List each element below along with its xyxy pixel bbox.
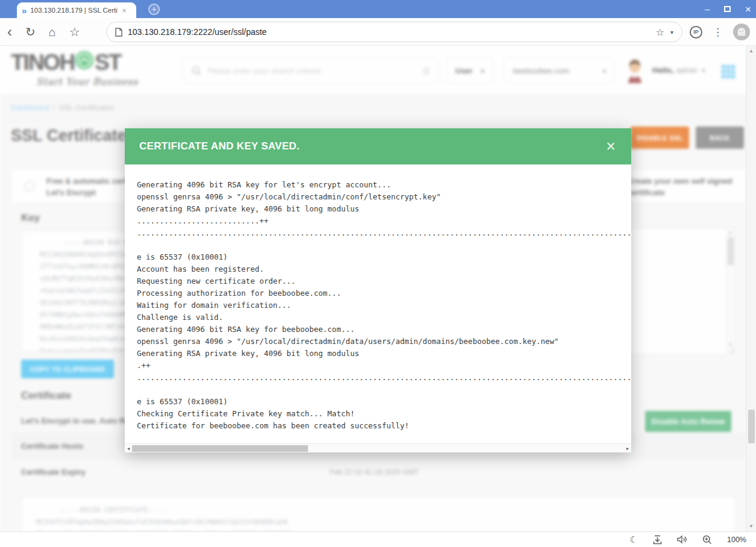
certificate-saved-modal: CERTIFICATE AND KEY SAVED. × Generating … — [125, 128, 631, 452]
browser-menu-icon[interactable]: ⋮ — [713, 26, 723, 39]
user-type-dropdown[interactable]: User ▾ — [446, 58, 493, 84]
greeting[interactable]: Hello, admin ▾ — [652, 66, 705, 75]
tab-close-icon[interactable]: × — [122, 6, 127, 15]
site-header: TINOH ST Start Your Business Please ente… — [0, 46, 756, 95]
certificate-expiry-value: Feb 22 02:41:18 2020 GMT — [330, 468, 418, 477]
logo-text-2: ST — [95, 51, 121, 75]
url-star-caret-icon[interactable]: ▾ — [670, 29, 673, 36]
paste-scroll-up-icon[interactable]: ▲ — [728, 230, 732, 234]
breadcrumb: Dashboard / SSL Certificates — [0, 95, 756, 120]
modal-close-icon[interactable]: × — [606, 139, 616, 155]
modal-console-output: Generating 4096 bit RSA key for let's en… — [137, 179, 631, 432]
back-button[interactable]: BACK — [696, 127, 744, 149]
self-signed-option-line1: Create your own self signed — [628, 175, 732, 187]
user-avatar[interactable] — [625, 59, 645, 86]
browser-toolbar: ‹ ↻ ⌂ ☆ 103.130.218.179:2222/user/ssl/pa… — [0, 18, 756, 46]
page-scroll-thumb[interactable] — [748, 410, 755, 443]
certificate-expiry-label: Certificate Expiry — [21, 467, 86, 477]
search-placeholder: Please enter your search criteria — [207, 66, 422, 75]
modal-scroll-thumb[interactable] — [132, 445, 308, 452]
key-heading: Key — [21, 212, 40, 224]
certificate-hosts-label: Certificate Hosts — [21, 442, 83, 451]
greeting-hello: Hello, — [652, 66, 673, 75]
logo-text-1: TINOH — [11, 51, 74, 75]
greeting-caret-icon: ▾ — [702, 67, 705, 73]
modal-scroll-right-icon[interactable]: ▸ — [626, 446, 629, 451]
lets-encrypt-radio[interactable] — [24, 181, 35, 192]
speaker-icon[interactable] — [677, 535, 687, 544]
paste-scroll-down-icon[interactable]: ▼ — [728, 342, 732, 346]
page-scroll-up-icon[interactable]: ▲ — [749, 48, 754, 54]
tinohost-logo[interactable]: TINOH ST Start Your Business — [11, 51, 138, 87]
page-doc-icon — [115, 28, 122, 37]
table-row-certificate-expiry: Certificate Expiry Feb 22 02:41:18 2020 … — [11, 460, 746, 485]
bookmark-star-icon[interactable]: ☆ — [69, 25, 80, 39]
paste-resize-handle[interactable] — [728, 348, 734, 353]
breadcrumb-dashboard-link[interactable]: Dashboard — [11, 103, 49, 112]
tab-favicon-icon: » — [22, 6, 27, 15]
back-icon[interactable]: ‹ — [7, 23, 12, 40]
browser-titlebar: » 103.130.218.179 | SSL Certi × + – × — [0, 0, 756, 18]
logo-o-icon — [75, 51, 94, 75]
night-mode-icon[interactable]: ☾ — [630, 534, 638, 545]
ip-extension-icon[interactable]: IP — [690, 26, 702, 39]
home-icon[interactable]: ⌂ — [49, 25, 56, 39]
self-signed-option-label[interactable]: Create your own self signed certificate — [628, 175, 732, 198]
download-icon[interactable] — [653, 535, 662, 545]
zoom-in-icon[interactable] — [702, 535, 712, 545]
url-text[interactable]: 103.130.218.179:2222/user/ssl/paste — [128, 27, 656, 37]
status-bar: ☾ 100% — [0, 531, 756, 547]
minimize-button[interactable]: – — [705, 5, 710, 13]
page-title: SSL Certificates — [11, 127, 136, 145]
modal-header: CERTIFICATE AND KEY SAVED. × — [125, 128, 631, 164]
domain-dropdown-label: beeboobee.com — [513, 66, 569, 75]
maximize-button[interactable] — [724, 6, 731, 12]
user-caret-icon: ▾ — [481, 68, 484, 74]
copy-to-clipboard-button[interactable]: COPY TO CLIPBOARD — [21, 360, 114, 378]
new-tab-button[interactable]: + — [148, 4, 160, 15]
profile-ghost-icon[interactable] — [733, 23, 750, 40]
page-scroll-down-icon[interactable]: ▼ — [749, 524, 754, 529]
reload-icon[interactable]: ↻ — [25, 25, 36, 39]
domain-dropdown[interactable]: beeboobee.com ▾ — [504, 58, 615, 84]
self-signed-option-line2: certificate — [628, 187, 732, 198]
breadcrumb-separator: / — [53, 103, 55, 112]
search-icon — [192, 66, 201, 76]
modal-scroll-left-icon[interactable]: ◂ — [127, 446, 130, 451]
modal-body: Generating 4096 bit RSA key for let's en… — [125, 164, 631, 443]
modal-title: CERTIFICATE AND KEY SAVED. — [139, 140, 300, 152]
greeting-username: admin — [676, 66, 697, 75]
breadcrumb-current: SSL Certificates — [58, 103, 115, 112]
disable-ssl-button[interactable]: DISABLE SSL — [631, 127, 689, 149]
user-dropdown-label: User — [455, 66, 473, 75]
domain-caret-icon: ▾ — [603, 68, 606, 74]
modal-horizontal-scrollbar[interactable]: ◂ ▸ — [125, 443, 631, 452]
url-bar[interactable]: 103.130.218.179:2222/user/ssl/paste ☆ ▾ — [106, 22, 682, 42]
page-vertical-scrollbar[interactable]: ▲ ▼ — [746, 46, 756, 531]
tab-title: 103.130.218.179 | SSL Certi — [30, 7, 121, 14]
zoom-level[interactable]: 100% — [727, 536, 746, 544]
search-box[interactable]: Please enter your search criteria ⚙ — [183, 58, 439, 84]
disable-auto-renew-button[interactable]: Disable Auto Renew — [645, 411, 731, 432]
search-gear-icon[interactable]: ⚙ — [422, 65, 430, 77]
window-close-button[interactable]: × — [745, 4, 751, 14]
paste-scroll-thumb[interactable] — [728, 237, 734, 265]
logo-tagline: Start Your Business — [36, 76, 138, 87]
paste-textarea-scrollbar[interactable]: ▲ ▼ — [726, 229, 734, 355]
apps-grid-icon[interactable] — [722, 65, 735, 81]
browser-tab[interactable]: » 103.130.218.179 | SSL Certi × — [17, 2, 136, 18]
url-bookmark-icon[interactable]: ☆ — [656, 27, 664, 38]
certificate-heading: Certificate — [21, 390, 71, 402]
